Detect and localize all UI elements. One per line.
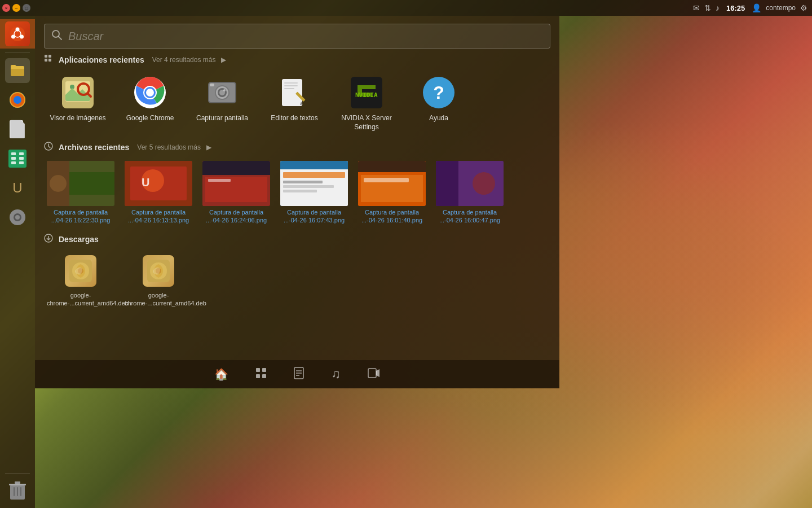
svg-rect-16 bbox=[11, 152, 16, 155]
sidebar-item-document[interactable] bbox=[4, 116, 31, 143]
sidebar-item-unity[interactable]: U bbox=[4, 174, 31, 202]
app-item-text-editor[interactable]: Editor de textos bbox=[261, 71, 328, 135]
svg-point-31 bbox=[52, 30, 59, 37]
minimize-button[interactable]: – bbox=[12, 4, 20, 12]
dash-content: Aplicaciones recientes Ver 4 resultados … bbox=[35, 54, 559, 388]
svg-rect-53 bbox=[284, 82, 298, 84]
maximize-button[interactable]: □ bbox=[23, 4, 30, 12]
svg-rect-35 bbox=[45, 59, 47, 62]
svg-rect-73 bbox=[280, 161, 348, 169]
sidebar-item-trash[interactable] bbox=[4, 478, 31, 505]
text-editor-icon bbox=[276, 75, 312, 111]
file-item-3[interactable]: Captura de pantalla ...-04-26 16:07:43.p… bbox=[277, 159, 351, 227]
nvidia-label: NVIDIA X Server Settings bbox=[336, 114, 397, 132]
recent-apps-more[interactable]: Ver 4 resultados más bbox=[152, 56, 216, 64]
sidebar-item-firefox[interactable] bbox=[4, 86, 31, 113]
recent-apps-section: Aplicaciones recientes Ver 4 resultados … bbox=[35, 54, 559, 135]
svg-rect-36 bbox=[48, 59, 51, 62]
recent-files-arrow: ▶ bbox=[206, 143, 211, 151]
file-thumb-4 bbox=[358, 161, 426, 206]
downloads-title: Descargas bbox=[59, 235, 99, 244]
svg-rect-77 bbox=[283, 190, 317, 192]
svg-rect-76 bbox=[283, 185, 334, 188]
svg-rect-55 bbox=[284, 88, 294, 89]
close-button[interactable]: × bbox=[2, 4, 10, 12]
recent-apps-header: Aplicaciones recientes Ver 4 resultados … bbox=[44, 54, 550, 65]
sidebar-item-settings[interactable] bbox=[4, 204, 31, 231]
file-item-0[interactable]: Captura de pantalla ...04-26 16:22:30.pn… bbox=[44, 159, 117, 227]
filter-apps-button[interactable] bbox=[251, 365, 271, 384]
svg-rect-33 bbox=[45, 55, 47, 58]
file-label-2: Captura de pantalla ...-04-26 16:24:06.p… bbox=[202, 208, 271, 225]
downloads-section: Descargas bbox=[35, 234, 559, 310]
ubuntu-dash-button[interactable] bbox=[0, 19, 35, 49]
svg-rect-26 bbox=[9, 484, 26, 485]
top-panel: × – □ ✉ ⇅ ♪ 16:25 👤 contempo ⚙ bbox=[0, 0, 812, 16]
filter-home-button[interactable]: 🏠 bbox=[210, 365, 233, 383]
app-item-google-chrome[interactable]: Google Chrome bbox=[116, 71, 184, 135]
network-icon[interactable]: ⇅ bbox=[704, 3, 711, 12]
filter-music-button[interactable]: ♫ bbox=[326, 365, 345, 384]
recent-apps-title: Aplicaciones recientes bbox=[59, 55, 144, 64]
app-item-help[interactable]: ? Ayuda bbox=[405, 71, 473, 135]
sidebar-item-files[interactable] bbox=[4, 57, 31, 84]
svg-rect-74 bbox=[283, 172, 345, 178]
file-label-1: Captura de pantalla ...-04-26 16:13:13.p… bbox=[124, 208, 193, 225]
svg-rect-21 bbox=[19, 161, 24, 164]
user-icon: 👤 bbox=[752, 3, 761, 12]
deb-label-0: google-chrome-...current_amd64.deb bbox=[47, 291, 114, 308]
system-settings-icon[interactable]: ⚙ bbox=[800, 3, 807, 12]
file-item-4[interactable]: Captura de pantalla ...-04-26 16:01:40.p… bbox=[355, 159, 429, 227]
svg-rect-34 bbox=[48, 55, 51, 58]
file-item-5[interactable]: Captura de pantalla ...-04-26 16:00:47.p… bbox=[433, 159, 506, 227]
recent-files-title: Archivos recientes bbox=[59, 143, 129, 152]
file-thumb-1: U bbox=[125, 161, 192, 206]
sidebar-sep-1 bbox=[5, 52, 30, 53]
downloads-grid: google-chrome-...current_amd64.deb bbox=[44, 251, 550, 310]
filter-docs-button[interactable] bbox=[289, 365, 308, 384]
svg-text:U: U bbox=[142, 176, 149, 189]
username[interactable]: contempo bbox=[766, 4, 796, 12]
google-chrome-label: Google Chrome bbox=[126, 114, 174, 123]
sidebar-item-calc[interactable] bbox=[4, 145, 31, 172]
help-label: Ayuda bbox=[429, 114, 448, 123]
app-item-screenshot[interactable]: Capturar pantalla bbox=[188, 71, 256, 135]
desktop-area bbox=[559, 16, 812, 508]
file-item-1[interactable]: U Captura de pantalla ...-04-26 16:13:13… bbox=[122, 159, 195, 227]
svg-rect-94 bbox=[256, 374, 260, 378]
file-thumb-2 bbox=[202, 161, 270, 206]
svg-point-50 bbox=[223, 89, 226, 91]
search-input[interactable] bbox=[68, 30, 543, 43]
recent-apps-arrow: ▶ bbox=[221, 56, 226, 64]
panel-indicators: ✉ ⇅ ♪ 16:25 👤 contempo ⚙ bbox=[693, 3, 807, 12]
download-item-1[interactable]: google-chrome-...current_amd64.deb bbox=[122, 251, 195, 310]
email-icon[interactable]: ✉ bbox=[693, 3, 700, 12]
svg-rect-92 bbox=[256, 368, 260, 372]
filter-video-button[interactable] bbox=[363, 366, 385, 383]
app-item-nvidia[interactable]: NVIDIA NVIDIA X Server Settings bbox=[333, 71, 400, 135]
search-bar[interactable] bbox=[44, 24, 550, 49]
file-thumb-5 bbox=[436, 161, 504, 206]
svg-point-10 bbox=[14, 96, 21, 104]
file-label-3: Captura de pantalla ...-04-26 16:07:43.p… bbox=[280, 208, 348, 225]
file-item-2[interactable]: Captura de pantalla ...-04-26 16:24:06.p… bbox=[200, 159, 273, 227]
app-item-image-viewer[interactable]: Visor de imágenes bbox=[44, 71, 112, 135]
svg-rect-29 bbox=[17, 487, 18, 496]
svg-point-63 bbox=[50, 175, 67, 192]
sound-icon[interactable]: ♪ bbox=[716, 3, 720, 12]
deb-label-1: google-chrome-...current_amd64.deb bbox=[125, 291, 192, 308]
svg-rect-20 bbox=[11, 161, 16, 164]
file-label-0: Captura de pantalla ...04-26 16:22:30.pn… bbox=[46, 208, 115, 225]
download-item-0[interactable]: google-chrome-...current_amd64.deb bbox=[44, 251, 117, 310]
ubuntu-logo bbox=[5, 21, 30, 46]
recent-apps-grid: Visor de imágenes bbox=[44, 71, 550, 135]
svg-rect-95 bbox=[262, 374, 266, 378]
svg-rect-17 bbox=[19, 152, 24, 155]
recent-files-more[interactable]: Ver 5 resultados más bbox=[137, 143, 201, 151]
svg-rect-83 bbox=[436, 161, 458, 206]
deb-icon-1 bbox=[140, 253, 176, 289]
svg-rect-75 bbox=[283, 181, 323, 183]
window-controls: × – □ bbox=[2, 0, 30, 16]
image-viewer-icon bbox=[60, 75, 96, 111]
svg-rect-19 bbox=[19, 157, 24, 160]
